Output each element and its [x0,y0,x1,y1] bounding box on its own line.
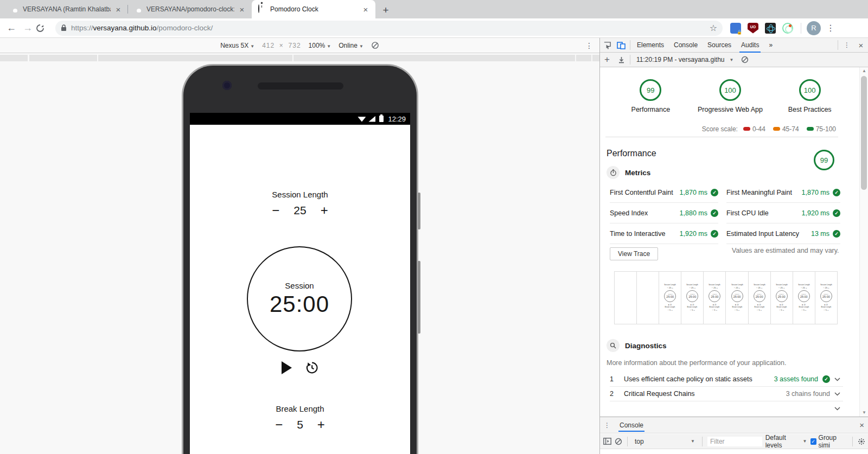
group-similar-checkbox[interactable]: ✓ Group simi [810,434,848,449]
filmstrip-frame: Session Length − 25 + Session25:00 ▸ ⊙ B… [704,272,726,324]
back-icon[interactable]: ← [3,22,20,34]
devtools-menu-icon[interactable]: ⋮ [840,38,854,52]
stopwatch-icon [607,166,620,179]
reload-icon[interactable] [36,24,52,33]
devtools-scrollbar[interactable]: ▲ ▼ [859,67,868,417]
react-devtools-extension-icon[interactable] [765,23,776,34]
metric-row: Time to Interactive 1,920 ms ✓ [610,223,718,244]
diagnostic-row[interactable]: 2 Critical Request Chains 3 chains found [610,387,843,401]
tab-title: Pomodoro Clock [270,5,358,13]
filmstrip-thumbnail: Session Length − 25 + Session25:00 ▸ ⊙ B… [817,284,835,312]
chevron-down-icon[interactable] [834,392,843,396]
media-query-bar[interactable] [0,54,599,62]
redux-devtools-extension-icon[interactable] [782,23,793,34]
score-item[interactable]: 99 Performance [611,79,691,113]
scrollbar-thumb[interactable] [861,76,867,190]
more-tabs-icon[interactable]: » [764,38,777,53]
close-drawer-icon[interactable]: × [859,420,864,430]
profile-avatar[interactable]: R [807,21,821,35]
network-throttle-select[interactable]: Online▼ [339,42,363,49]
score-item[interactable]: 100 Best Practices [770,79,850,113]
tab-title: VERSAYANA (Ramtin Khalatbari [23,5,111,13]
status-time: 12:29 [388,115,406,123]
filmstrip-frame: Session Length − 25 + Session25:00 ▸ ⊙ B… [771,272,793,324]
new-tab-button[interactable]: + [378,2,394,18]
close-icon[interactable]: × [238,5,246,14]
scale-range: 45-74 [773,125,799,133]
metric-label: First CPU Idle [726,209,802,217]
cellular-signal-icon [368,116,375,122]
rotate-device-icon[interactable] [371,41,379,49]
metric-value: 1,880 ms [680,209,707,217]
console-filter-input[interactable]: Filter [707,437,762,446]
session-length-label: Session Length [190,190,410,199]
github-icon [135,5,143,14]
clear-console-icon[interactable] [615,438,622,445]
forward-icon[interactable]: → [20,22,36,34]
diagnostic-row-partial[interactable] [610,401,843,416]
filmstrip-frame: Session Length − 25 + Session25:00 ▸ ⊙ B… [726,272,748,324]
clear-audits-icon[interactable] [738,53,752,67]
ublock-extension-icon[interactable] [748,23,758,34]
session-plus-button[interactable]: + [321,204,328,216]
show-console-sidebar-icon[interactable] [603,438,611,445]
filmstrip-frame: Session Length − 25 + Session25:00 ▸ ⊙ B… [749,272,771,324]
audits-toolbar: + 11:20:19 PM - versayana.githu▼ [600,53,868,67]
bookmark-star-icon[interactable]: ☆ [710,23,717,33]
browser-tab-1[interactable]: VERSAYANA (Ramtin Khalatbari × [4,0,128,18]
device-select[interactable]: Nexus 5X▼ [220,42,254,49]
break-minus-button[interactable]: − [275,419,283,431]
browser-tab-active[interactable]: Pomodoro Clock × [252,0,375,18]
execution-context-select[interactable]: top▼ [633,438,697,445]
session-minus-button[interactable]: − [272,204,279,216]
diagnostic-value: 3 assets found [774,375,818,383]
pass-check-icon: ✓ [711,209,718,217]
console-settings-gear-icon[interactable] [858,438,865,445]
inspect-element-icon[interactable] [600,38,614,52]
devtools-tab-sources[interactable]: Sources [703,38,736,53]
address-bar[interactable]: https://versayana.github.io/pomodoro-clo… [55,21,723,36]
close-icon[interactable]: × [361,5,370,14]
download-report-icon[interactable] [614,53,628,67]
filmstrip-frame: Session Length − 25 + Session25:00 ▸ ⊙ B… [659,272,681,324]
tab-strip: VERSAYANA (Ramtin Khalatbari × VERSAYANA… [0,0,868,18]
log-levels-select[interactable]: Default levels▼ [765,434,807,449]
device-toolbar-menu-icon[interactable]: ⋮ [585,41,593,50]
score-label: Performance [631,106,671,113]
status-bar: 12:29 [190,113,410,125]
filmstrip-frame [637,272,659,324]
browser-tab-2[interactable]: VERSAYANA/pomodoro-clock: P × [128,0,252,18]
score-item[interactable]: 100 Progressive Web App [691,79,770,113]
play-icon[interactable] [282,361,292,374]
drawer-tab-console[interactable]: Console [614,417,649,433]
break-length-value: 5 [297,418,303,431]
metric-row: Estimated Input Latency 13 ms ✓ [726,223,840,244]
devtools-tab-elements[interactable]: Elements [632,38,669,53]
audit-run-select[interactable]: 11:20:19 PM - versayana.githu▼ [636,56,733,63]
reset-history-icon[interactable] [304,360,319,375]
devtools-tab-audits[interactable]: Audits [736,38,764,53]
privacy-extension-icon[interactable] [730,23,741,34]
close-icon[interactable]: × [114,5,123,14]
device-dimensions[interactable]: 412 × 732 [262,42,301,49]
devtools-tab-console[interactable]: Console [669,38,703,53]
chevron-down-icon[interactable] [834,378,843,381]
device-toggle-icon[interactable] [614,38,628,52]
view-trace-button[interactable]: View Trace [610,247,658,260]
break-plus-button[interactable]: + [317,419,325,431]
browser-menu-icon[interactable]: ⋮ [826,23,835,33]
diagnostic-row[interactable]: 1 Uses efficient cache policy on static … [610,372,843,387]
timer-mode-label: Session [285,281,314,290]
new-audit-icon[interactable]: + [600,53,614,67]
filmstrip-frame: Session Length − 25 + Session25:00 ▸ ⊙ B… [681,272,704,324]
close-devtools-icon[interactable]: × [854,38,868,52]
github-icon [11,5,20,14]
pass-check-icon: ✓ [833,209,840,217]
chevron-down-icon[interactable] [834,407,843,411]
drawer-menu-icon[interactable]: ⋮ [600,418,614,432]
score-summary: 99 Performance 100 Progressive Web App 1… [611,79,850,113]
zoom-select[interactable]: 100%▼ [309,42,331,49]
phone-power-button [418,193,420,229]
metric-row: First CPU Idle 1,920 ms ✓ [726,203,840,223]
filmstrip-thumbnail: Session Length − 25 + Session25:00 ▸ ⊙ B… [750,284,769,312]
